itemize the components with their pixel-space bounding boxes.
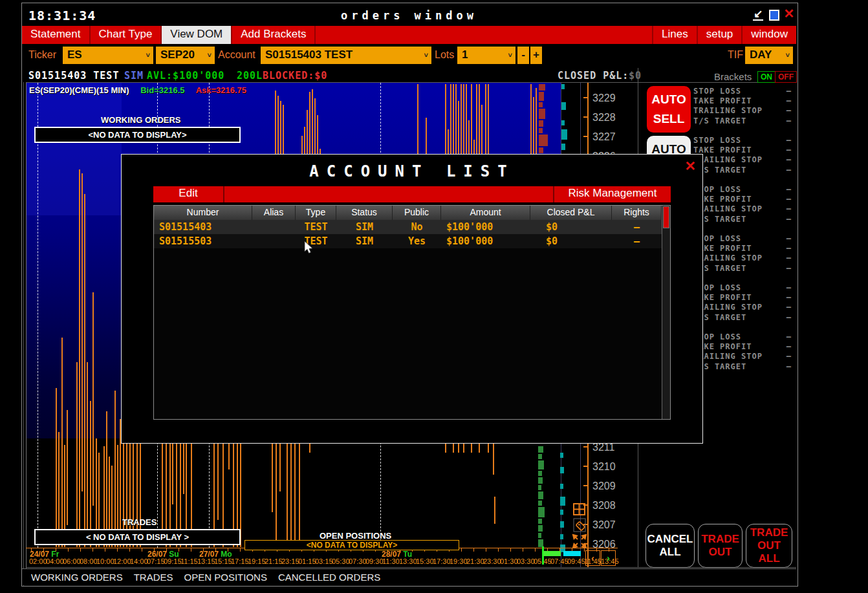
minimize-icon[interactable]: ↙ [752,8,765,21]
table-row[interactable]: S01515503TESTSIMYes$100'000$0– [154,234,670,248]
tif-select[interactable]: DAY˅ [745,47,793,64]
axis-tick [486,548,486,552]
menu-item-window[interactable]: window [741,26,796,44]
chart-symbol: ES(SEP20)(CME)(15 MIN) [29,85,129,95]
dom-cell [538,519,542,524]
auto-sell-button[interactable]: AUTOSELL [647,86,691,133]
table-row[interactable]: S01515403TESTSIMNo$100'000$0– [154,220,670,234]
bracket-row: STOP LOSS– [693,332,792,341]
expiry-select[interactable]: SEP20˅ [156,47,215,64]
chart-bar [92,292,94,506]
bottom-tab-cancelled-orders[interactable]: CANCELLED ORDERS [278,572,380,583]
bracket-row: TRAILING STOP– [693,303,792,312]
bracket-row: T/S TARGET– [693,362,792,371]
ticker-select[interactable]: ES˅ [63,47,153,64]
dom-cell [539,84,545,91]
bracket-row: TAKE PROFIT– [693,244,792,253]
chart-bar [61,338,63,547]
tab-edit[interactable]: Edit [153,186,224,202]
open-positions-empty: <NO DATA TO DISPLAY> [244,540,459,550]
auto-sell-line: SELL [647,109,691,129]
bottom-tab-working-orders[interactable]: WORKING ORDERS [31,572,123,583]
account-select[interactable]: S01515403 TEST˅ [261,47,431,64]
scroll-left-button[interactable]: ‹ [585,550,600,566]
time-label: 04:00 [46,557,64,565]
menu-item-add-brackets[interactable]: Add Brackets [232,26,316,44]
bracket-row: TAKE PROFIT– [693,195,792,204]
lots-label: Lots [435,49,454,61]
open-positions-label: OPEN POSITIONS [320,531,391,541]
closed-pl-value: $0 [629,70,642,81]
expand-tool-icon[interactable] [572,534,587,552]
chevron-down-icon: ˅ [208,51,212,59]
lots-plus-button[interactable]: + [530,47,542,64]
menu-item-statement[interactable]: Statement [22,26,91,44]
menu-item-setup[interactable]: setup [697,26,742,44]
bottom-tab-open-positions[interactable]: OPEN POSITIONS [184,572,267,583]
trade-out-line: OUT [699,546,742,559]
grid-line [38,83,38,548]
time-label: 05:30 [332,557,350,565]
bracket-row-label: STOP LOSS [693,87,741,96]
brackets-on-button[interactable]: ON [757,71,776,83]
menu-item-chart-type[interactable]: Chart Type [91,26,162,44]
menu-item-lines[interactable]: Lines [652,26,697,44]
working-orders-empty: <NO DATA TO DISPLAY> [34,127,241,143]
brackets-label: Brackets [714,71,752,82]
time-label: 15:30 [416,557,434,565]
tag-tool-icon[interactable] [573,518,586,535]
chart-symbol-line: ES(SEP20)(CME)(15 MIN) Bid=3216.5 Ask=32… [29,85,255,95]
dom-cell [538,525,543,532]
lots-minus-button[interactable]: - [517,47,529,64]
dom-cell [560,534,563,539]
time-label: 17:15 [231,557,249,565]
chart-bar [84,194,85,547]
dom-cell [560,453,563,458]
bottom-tab-trades[interactable]: TRADES [134,572,173,583]
time-label: 07:15 [147,557,165,565]
dom-cell [538,485,541,490]
time-label: 12:00 [113,557,131,565]
time-label: 01:30 [500,557,518,565]
bracket-row-label: TRAILING STOP [693,155,763,164]
bracket-row-value: – [787,342,792,351]
grid-tool-icon[interactable] [573,503,586,519]
menu-item-view-dom[interactable]: View DOM [162,26,232,44]
status-line: S01515403 TEST SIM AVL:$100'000 200L BLO… [22,68,796,82]
trade-out-line: TRADE [699,533,742,546]
price-label: 3209 [592,480,616,492]
bracket-row: TRAILING STOP– [693,352,792,361]
dom-cell [539,147,543,153]
account-label: Account [218,49,255,61]
chevron-down-icon: ˅ [146,51,150,59]
cancel-all-button[interactable]: CANCELALL [646,524,695,568]
chevron-down-icon: ˅ [424,51,428,59]
bracket-row: STOP LOSS– [693,234,792,243]
price-label: 3207 [592,519,616,531]
session-progress-cyan [563,551,581,556]
bracket-row-label: TAKE PROFIT [693,96,752,105]
trade-out-all-button[interactable]: TRADEOUTALL [746,524,792,568]
table-cell: SIM [336,220,393,234]
dialog-close-icon[interactable]: ✕ [684,158,696,174]
scrollbar-thumb[interactable] [663,206,669,228]
trade-out-button[interactable]: TRADEOUT [698,524,743,568]
time-label: 01:15 [298,557,316,565]
menu-spacer [316,26,652,44]
dom-cell [561,102,566,110]
price-tick [583,485,588,486]
dom-cell [560,497,565,506]
brackets-off-button[interactable]: OFF [775,71,797,83]
lots-select[interactable]: 1˅ [457,47,515,64]
status-mode: SIM [124,70,144,81]
close-icon[interactable]: ✕ [783,8,796,21]
table-header-cell: Closed P&L [530,206,612,220]
dom-cell [539,109,545,119]
tab-risk-management[interactable]: Risk Management [553,186,671,202]
table-scrollbar[interactable] [662,206,670,419]
axis-tick [129,548,130,552]
axis-tick [461,548,462,552]
bracket-row-value: – [787,283,792,292]
scroll-right-button[interactable]: › [601,550,616,566]
maximize-icon[interactable] [767,8,780,21]
